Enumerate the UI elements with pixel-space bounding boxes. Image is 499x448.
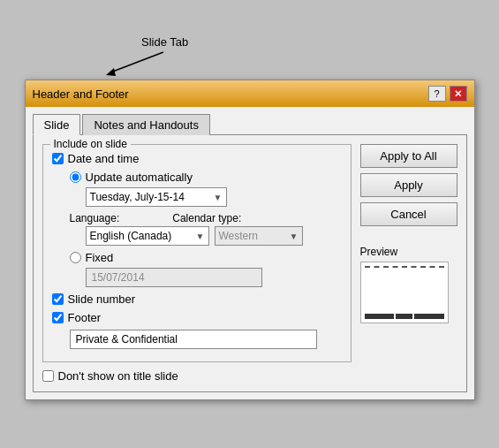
annotation-label: Slide Tab (141, 35, 188, 49)
slide-number-checkbox[interactable] (52, 293, 64, 305)
help-button[interactable]: ? (428, 86, 446, 102)
fixed-radio[interactable] (70, 252, 81, 263)
slide-number-row: Slide number (52, 292, 342, 306)
fixed-input[interactable] (86, 268, 262, 287)
preview-footer-left (365, 314, 394, 319)
preview-label: Preview (360, 246, 457, 258)
cal-dropdown-arrow: ▼ (290, 232, 299, 241)
date-time-label: Date and time (68, 152, 140, 165)
dialog: Header and Footer ? ✕ Slide Notes and Ha… (25, 80, 475, 400)
date-dropdown-arrow: ▼ (214, 193, 223, 202)
right-panel: Apply to All Apply Cancel Preview (360, 144, 457, 383)
dont-show-row: Don't show on title slide (42, 369, 352, 383)
language-label: Language: (70, 212, 120, 224)
include-group: Include on slide Date and time Update au… (42, 144, 352, 362)
dialog-title: Header and Footer (33, 87, 129, 101)
svg-marker-1 (106, 68, 116, 76)
preview-section: Preview (360, 246, 457, 323)
update-auto-radio[interactable] (70, 171, 81, 183)
tab-notes-handouts[interactable]: Notes and Handouts (82, 114, 210, 135)
dont-show-checkbox[interactable] (42, 370, 54, 382)
lang-dropdown-arrow: ▼ (196, 232, 205, 241)
date-time-row: Date and time (52, 152, 342, 165)
preview-footer (365, 314, 444, 319)
tab-slide[interactable]: Slide (33, 114, 81, 135)
language-dropdown[interactable]: English (Canada) ▼ (86, 226, 209, 246)
preview-footer-mid (396, 314, 413, 319)
content-layout: Include on slide Date and time Update au… (42, 144, 457, 383)
update-auto-row: Update automatically (70, 171, 342, 184)
include-group-label: Include on slide (50, 138, 131, 150)
apply-to-all-button[interactable]: Apply to All (360, 144, 457, 168)
tab-content: Include on slide Date and time Update au… (33, 134, 467, 392)
preview-header-line (365, 266, 444, 268)
fixed-input-row (86, 268, 342, 287)
annotation-arrow (102, 50, 172, 77)
calendar-dropdown: Western ▼ (215, 226, 303, 246)
title-bar: Header and Footer ? ✕ (26, 80, 474, 107)
lang-cal-dropdowns: English (Canada) ▼ Western ▼ (86, 226, 342, 246)
close-button[interactable]: ✕ (450, 86, 467, 102)
fixed-row: Fixed (70, 251, 342, 264)
footer-checkbox[interactable] (52, 312, 64, 323)
footer-input[interactable] (70, 330, 317, 349)
update-auto-label: Update automatically (86, 171, 193, 184)
date-time-checkbox[interactable] (52, 153, 64, 164)
dialog-body: Slide Notes and Handouts Include on slid… (26, 107, 474, 399)
footer-row: Footer (52, 311, 342, 324)
calendar-label: Calendar type: (172, 212, 241, 224)
title-bar-buttons: ? ✕ (428, 86, 467, 102)
cancel-button[interactable]: Cancel (360, 202, 457, 226)
lang-cal-labels: Language: Calendar type: (70, 212, 342, 224)
dont-show-label: Don't show on title slide (58, 369, 178, 383)
svg-line-0 (110, 52, 163, 72)
preview-footer-right (414, 314, 443, 319)
preview-box (360, 262, 449, 323)
slide-number-label: Slide number (68, 292, 136, 306)
footer-input-row (70, 330, 342, 349)
preview-middle (365, 270, 444, 314)
left-panel: Include on slide Date and time Update au… (42, 144, 352, 383)
tabs: Slide Notes and Handouts (33, 114, 467, 135)
footer-label: Footer (68, 311, 102, 324)
date-dropdown-row: Tuesday, July-15-14 ▼ (86, 187, 342, 207)
date-dropdown[interactable]: Tuesday, July-15-14 ▼ (86, 187, 227, 207)
apply-button[interactable]: Apply (360, 173, 457, 197)
fixed-label: Fixed (86, 251, 114, 264)
